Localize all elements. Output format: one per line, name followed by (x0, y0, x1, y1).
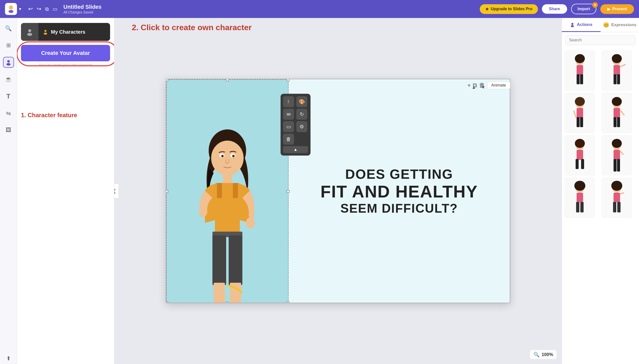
svg-point-1 (9, 10, 14, 13)
my-characters-button[interactable]: My Characters (39, 23, 110, 41)
sidebar-image[interactable]: 🖼 (3, 125, 14, 136)
ctx-settings-button[interactable]: ⚙ (296, 121, 307, 132)
present-button[interactable]: ▶ Present (600, 4, 634, 14)
svg-point-15 (232, 155, 235, 157)
svg-point-31 (575, 54, 585, 63)
slide-right-section: DOES GETTING FIT AND HEALTHY SEEM DIFFIC… (289, 79, 510, 303)
slide-container[interactable]: ▲ ▼ + ⧉ 🗑 Animate 🚶 🎨 3D ↻ ▭ ⚙ 🗑 ▲ (166, 79, 510, 303)
svg-rect-51 (617, 117, 620, 127)
app-logo[interactable] (5, 3, 17, 15)
svg-rect-37 (613, 65, 620, 75)
sidebar-layers[interactable]: ⊞ (3, 40, 14, 51)
sidebar-stock[interactable]: Sg (3, 108, 14, 119)
character-figure[interactable] (185, 123, 270, 303)
sidebar-shapes[interactable]: ☕ (3, 74, 14, 85)
sidebar-characters[interactable] (3, 57, 14, 68)
character-thumb-4[interactable] (602, 93, 632, 133)
svg-rect-44 (577, 117, 580, 127)
svg-rect-60 (613, 150, 620, 160)
ctx-refresh-button[interactable]: ↻ (296, 109, 307, 120)
svg-line-46 (574, 110, 576, 118)
character-thumb-7[interactable] (565, 178, 595, 218)
slide-arrows: ▲ ▼ (470, 83, 487, 91)
svg-line-40 (620, 64, 625, 67)
right-panel: Actions 😊 Expressions (562, 18, 639, 364)
svg-point-11 (211, 140, 244, 176)
my-characters-header: My Characters (21, 23, 110, 41)
sidebar-search[interactable]: 🔍 (3, 23, 14, 34)
svg-point-29 (571, 25, 574, 27)
tab-actions[interactable]: Actions (562, 18, 600, 32)
svg-point-36 (612, 54, 622, 63)
sidebar-upload[interactable]: ⬆ (3, 353, 14, 364)
tab-expressions-label: Expressions (611, 22, 636, 28)
svg-rect-66 (577, 193, 583, 202)
characters-grid (562, 48, 639, 220)
document-title[interactable]: Untitled Slides (63, 4, 102, 10)
character-thumb-3[interactable] (565, 93, 595, 133)
canvas-area: 2. Click to create own character ▲ ▼ + ⧉… (114, 18, 562, 364)
left-panel: My Characters Create Your Avatar You can… (17, 18, 114, 364)
collapse-panel-button[interactable]: ❮ (114, 184, 119, 198)
frame-button[interactable]: ▭ (51, 6, 59, 12)
annotation-text: 2. Click to create own character (132, 23, 252, 32)
zoom-icon: 🔍 (533, 352, 540, 358)
ctx-layer-button[interactable]: ▭ (283, 121, 294, 132)
search-input[interactable] (565, 35, 635, 45)
slide-left-section (166, 79, 289, 303)
tab-expressions[interactable]: 😊 Expressions (600, 18, 639, 32)
right-panel-tabs: Actions 😊 Expressions (562, 18, 639, 32)
undo-button[interactable]: ↩ (26, 6, 35, 12)
zoom-value: 100% (542, 352, 553, 357)
move-down-button[interactable]: ▼ (479, 83, 487, 91)
svg-line-52 (620, 110, 624, 116)
floating-toolbar: ▲ ▼ + ⧉ 🗑 Animate (467, 81, 510, 89)
ctx-trash-button[interactable]: 🗑 (283, 134, 294, 144)
logo-chevron-icon[interactable]: ▾ (19, 6, 21, 12)
ctx-palette-button[interactable]: 🎨 (296, 96, 307, 107)
character-thumb-8[interactable] (602, 178, 632, 218)
svg-rect-23 (212, 235, 226, 285)
svg-rect-67 (576, 202, 579, 212)
character-thumb-2[interactable] (602, 50, 632, 90)
copy-button[interactable]: ⧉ (43, 6, 51, 12)
ctx-360-button[interactable]: 3D (283, 109, 294, 120)
play-icon: ▶ (607, 7, 610, 12)
share-button[interactable]: Share (542, 4, 567, 14)
svg-rect-24 (229, 235, 242, 285)
slide-text-line3: SEEM DIFFICULT? (340, 201, 458, 216)
svg-point-42 (575, 97, 585, 106)
present-label: Present (612, 7, 627, 11)
svg-point-14 (221, 155, 224, 157)
create-avatar-button[interactable]: Create Your Avatar (21, 45, 110, 61)
svg-rect-25 (214, 283, 225, 303)
redo-button[interactable]: ↪ (35, 6, 43, 12)
svg-rect-71 (613, 193, 620, 202)
left-sidebar: 🔍 ⊞ ☕ T Sg 🖼 ⬆ (0, 18, 17, 364)
upgrade-button[interactable]: ★ Upgrade to Slides Pro (480, 4, 538, 14)
topbar: ▾ ↩ ↪ ⧉ ▭ Untitled Slides All Changes Sa… (0, 0, 639, 18)
animate-button[interactable]: Animate (487, 81, 510, 89)
svg-rect-39 (617, 74, 620, 84)
svg-point-27 (246, 218, 255, 228)
context-menu: 🚶 🎨 3D ↻ ▭ ⚙ 🗑 ▲ (281, 94, 311, 156)
svg-rect-20 (217, 183, 222, 198)
character-thumb-5[interactable] (565, 136, 595, 175)
sidebar-text[interactable]: T (3, 91, 14, 102)
svg-rect-38 (613, 74, 616, 84)
avatar-hint: You can create your own character (21, 63, 110, 67)
import-button[interactable]: Import 8 (571, 4, 596, 14)
svg-line-63 (620, 151, 623, 155)
slide-text-line2: FIT AND HEALTHY (320, 182, 478, 201)
svg-point-6 (28, 29, 31, 32)
ctx-collapse-button[interactable]: ▲ (283, 146, 308, 153)
character-thumb-6[interactable] (602, 136, 632, 175)
svg-point-8 (45, 30, 46, 32)
ctx-walk-button[interactable]: 🚶 (283, 96, 294, 107)
topbar-right: ★ Upgrade to Slides Pro Share Import 8 ▶… (480, 4, 634, 14)
char-icon-tab[interactable] (21, 23, 39, 41)
character-feature-section: 1. Character feature (21, 112, 110, 119)
import-badge: 8 (592, 2, 598, 8)
move-up-button[interactable]: ▲ (470, 83, 478, 91)
character-thumb-1[interactable] (565, 50, 595, 90)
